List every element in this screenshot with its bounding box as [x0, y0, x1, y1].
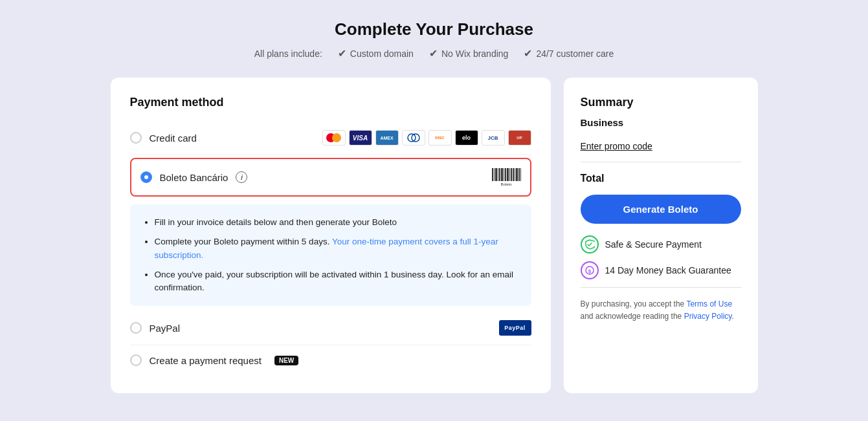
money-back-icon: $: [581, 261, 599, 279]
boleto-wrapper: Boleto Bancário i Boleto: [130, 155, 531, 311]
amex-logo: AMEX: [375, 130, 399, 146]
visa-logo: VISA: [349, 130, 372, 146]
promo-code-link[interactable]: Enter promo code: [581, 141, 741, 162]
privacy-policy-link[interactable]: Privacy Policy: [684, 312, 732, 321]
money-back-text: 14 Day Money Back Guarantee: [605, 265, 731, 275]
card-logos-row: VISA AMEX DISC elo JCB UP: [322, 130, 531, 146]
boleto-barcode-icon: Boleto: [492, 168, 521, 186]
legal-text: By purchasing, you accept the Terms of U…: [581, 298, 741, 323]
summary-title: Summary: [581, 96, 741, 109]
plans-item-branding: ✔ No Wix branding: [429, 47, 509, 59]
check-icon-branding: ✔: [429, 47, 438, 59]
radio-credit-card[interactable]: [130, 132, 142, 144]
payment-option-request[interactable]: Create a payment request NEW: [130, 345, 531, 375]
paypal-left: PayPal: [130, 322, 181, 334]
diners-logo: [402, 130, 425, 146]
payment-option-credit-card[interactable]: Credit card VISA AMEX DISC: [130, 121, 531, 155]
elo-logo: elo: [455, 130, 478, 146]
plans-bar-label: All plans include:: [254, 49, 322, 59]
payment-option-boleto[interactable]: Boleto Bancário i Boleto: [130, 158, 531, 197]
trust-secure-payment: Safe & Secure Payment: [581, 235, 741, 254]
credit-card-left: Credit card: [130, 132, 197, 144]
plans-item-label-domain: Custom domain: [350, 49, 414, 59]
legal-text-end: .: [731, 312, 733, 321]
summary-plan-name: Business: [581, 117, 741, 128]
page-title: Complete Your Purchase: [335, 19, 533, 39]
boleto-icon-text: Boleto: [492, 182, 521, 186]
payment-request-label: Create a payment request: [150, 355, 262, 366]
main-layout: Payment method Credit card VISA AMEX: [111, 78, 758, 393]
unionpay-logo: UP: [508, 130, 531, 146]
jcb-logo: JCB: [482, 130, 505, 146]
paypal-label: PayPal: [150, 323, 181, 334]
boleto-info-icon[interactable]: i: [236, 171, 247, 183]
generate-boleto-button[interactable]: Generate Boleto: [581, 195, 741, 224]
mastercard-logo: [322, 130, 346, 146]
boleto-label: Boleto Bancário: [160, 172, 228, 183]
payment-request-left: Create a payment request NEW: [130, 354, 299, 366]
secure-payment-text: Safe & Secure Payment: [605, 239, 702, 250]
boleto-info-item-3: Once you've paid, your subscription will…: [155, 268, 518, 295]
radio-payment-request[interactable]: [130, 354, 142, 366]
trust-money-back: $ 14 Day Money Back Guarantee: [581, 261, 741, 279]
svg-text:$: $: [588, 268, 591, 274]
payment-section-title: Payment method: [130, 96, 531, 109]
radio-paypal[interactable]: [130, 322, 142, 334]
paypal-logo: PayPal: [499, 320, 531, 336]
payment-option-paypal[interactable]: PayPal PayPal: [130, 311, 531, 345]
boleto-info-item-2: Complete your Boleto payment within 5 da…: [155, 235, 518, 262]
plans-item-label-branding: No Wix branding: [441, 49, 509, 59]
payment-panel: Payment method Credit card VISA AMEX: [111, 78, 551, 393]
discover-logo: DISC: [428, 130, 452, 146]
total-label: Total: [581, 173, 741, 184]
radio-boleto[interactable]: [140, 171, 152, 183]
plans-item-care: ✔ 24/7 customer care: [524, 47, 614, 59]
plans-item-domain: ✔ Custom domain: [338, 47, 414, 59]
plans-item-label-care: 24/7 customer care: [536, 49, 614, 59]
terms-of-use-link[interactable]: Terms of Use: [686, 299, 732, 308]
summary-panel: Summary Business Enter promo code Total …: [564, 78, 758, 393]
plans-bar: All plans include: ✔ Custom domain ✔ No …: [254, 47, 614, 59]
divider: [581, 287, 741, 288]
boleto-left: Boleto Bancário i: [140, 171, 248, 183]
shield-icon: [581, 235, 599, 254]
check-icon-care: ✔: [524, 47, 532, 59]
legal-text-before: By purchasing, you accept the: [581, 299, 687, 308]
boleto-info-item-1: Fill in your invoice details below and t…: [155, 216, 518, 229]
credit-card-label: Credit card: [150, 133, 197, 144]
legal-text-mid: and acknowledge reading the: [581, 312, 684, 321]
boleto-info-box: Fill in your invoice details below and t…: [130, 204, 531, 306]
check-icon-domain: ✔: [338, 47, 346, 59]
new-badge: NEW: [274, 356, 298, 365]
